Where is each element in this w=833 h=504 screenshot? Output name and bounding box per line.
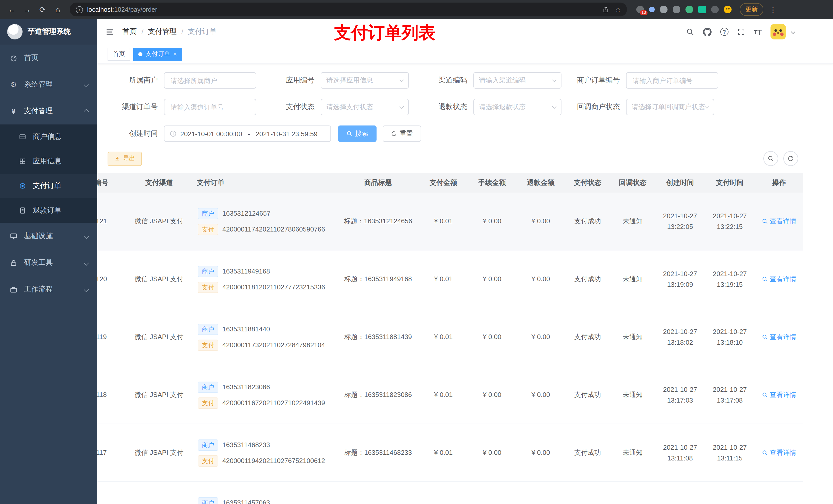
sidebar-item-dev-tools[interactable]: 研发工具 [0,249,97,276]
extension-badge: 10 [640,10,647,15]
merchant-order-no: 1635311823086 [222,382,270,392]
url-text: localhost:1024/pay/order [87,6,157,13]
cell-pay-time: 2021-10-27 13:19:15 [705,250,755,308]
channel-order-input[interactable] [164,99,256,115]
sidebar-item-refund-order[interactable]: 退款订单 [0,198,97,223]
callback-status-select[interactable]: 请选择订单回调商户状态 [626,99,714,115]
col-create-time: 创建时间 [655,173,705,193]
site-info-icon[interactable]: i [76,6,83,13]
search-button[interactable]: 搜索 [338,125,377,142]
app-select[interactable]: 请选择应用信息 [321,72,409,89]
hamburger-icon[interactable] [105,27,114,36]
pay-status-label: 支付状态 [264,102,321,112]
extension-smiley-icon[interactable] [724,6,732,13]
close-icon[interactable]: × [173,51,177,57]
browser-update-button[interactable]: 更新 [740,3,763,16]
view-detail-link[interactable]: 查看详情 [762,332,796,342]
reload-icon[interactable]: ⟳ [36,3,49,16]
tab-pay-order[interactable]: 支付订单 × [133,47,182,61]
view-detail-link[interactable]: 查看详情 [762,448,796,458]
app-id-label: 应用编号 [264,76,321,85]
page-content: 所属商户 应用编号 请选择应用信息 渠道编码 请输入渠道编码 商户订单编号 [97,64,833,173]
table-row: 121 微信 JSAPI 支付 商户 1635312124657 支付 4200… [97,193,803,250]
breadcrumb-home[interactable]: 首页 [122,27,137,37]
extension-icon[interactable] [711,6,719,13]
date-end: 2021-10-31 23:59:59 [256,130,317,138]
help-icon[interactable]: ? [720,28,728,36]
sidebar-item-infrastructure[interactable]: 基础设施 [0,223,97,249]
extension-icon[interactable] [649,7,655,12]
merchant-tag: 商户 [198,381,218,392]
address-bar[interactable]: i localhost:1024/pay/order ☆ [70,3,627,16]
browser-toolbar: ← → ⟳ ⌂ i localhost:1024/pay/order ☆ 10 … [0,0,833,19]
pay-order-no: 4200001174202110278060590766 [222,224,325,234]
extension-icon[interactable] [698,6,706,13]
browser-menu-icon[interactable]: ⋮ [769,5,777,14]
back-icon[interactable]: ← [5,3,19,16]
orders-table: 编号 支付渠道 支付订单 商品标题 支付金额 手续金额 退款金额 支付状态 回调… [97,173,833,504]
user-avatar[interactable] [770,24,786,40]
font-size-icon[interactable]: TT [754,27,762,36]
bookmark-star-icon[interactable]: ☆ [615,6,621,13]
refresh-button[interactable] [783,151,798,166]
merchant-tag: 商户 [198,439,218,451]
chevron-down-icon [552,78,556,82]
toggle-search-button[interactable] [763,151,778,166]
cell-amount: ¥ 0.01 [419,424,468,481]
pay-status-select[interactable]: 请选择支付状态 [321,99,409,115]
cell-channel: 微信 JSAPI 支付 [124,193,194,250]
create-time-label: 创建时间 [108,129,164,138]
search-icon[interactable] [686,28,694,36]
github-icon[interactable] [703,27,711,36]
refund-status-label: 退款状态 [417,102,473,112]
clock-icon [170,130,177,137]
extension-icon[interactable] [686,6,693,13]
sidebar-item-label: 研发工具 [24,258,53,267]
view-detail-link[interactable]: 查看详情 [762,390,796,400]
view-detail-link[interactable]: 查看详情 [762,274,796,284]
channel-order-label: 渠道订单号 [108,102,164,112]
create-time-range-input[interactable]: 2021-10-01 00:00:00 - 2021-10-31 23:59:5… [164,125,331,142]
merchant-order-input[interactable] [626,72,718,89]
sidebar-logo[interactable]: 芋道管理系统 [0,19,97,45]
sidebar-item-label: 系统管理 [24,80,53,89]
sidebar-item-workflow[interactable]: 工作流程 [0,276,97,303]
annotation-title: 支付订单列表 [334,22,435,45]
filter-row-1: 所属商户 应用编号 请选择应用信息 渠道编码 请输入渠道编码 商户订单编号 [108,72,823,89]
cell-fee: ¥ 0.00 [468,424,516,481]
fullscreen-icon[interactable] [737,28,745,36]
extension-icon[interactable]: 10 [636,6,644,13]
sidebar-item-app-info[interactable]: 应用信息 [0,149,97,174]
forward-icon[interactable]: → [21,3,34,16]
channel-code-select[interactable]: 请输入渠道编码 [473,72,562,89]
cell-order: 商户 1635311881440 支付 42000011732021102728… [194,308,337,366]
merchant-order-no: 1635311457063 [222,498,270,504]
merchant-order-no: 1635311468233 [222,440,270,450]
sidebar: 芋道管理系统 首页 ⚙ 系统管理 ¥ 支付管理 [0,19,97,504]
extension-icon[interactable] [660,6,668,13]
view-detail-link[interactable]: 查看详情 [762,216,796,226]
cell-order: 商户 1635311823086 支付 42000011672021102710… [194,366,337,424]
sidebar-item-payment[interactable]: ¥ 支付管理 [0,98,97,124]
extension-icon[interactable] [673,6,680,13]
sidebar-item-home[interactable]: 首页 [0,45,97,71]
avatar-caret-icon[interactable] [791,30,795,34]
sidebar-item-system[interactable]: ⚙ 系统管理 [0,71,97,98]
home-icon[interactable]: ⌂ [51,3,65,16]
export-button[interactable]: 导出 [108,151,142,166]
cell-title: 标题：1635311949168 [337,250,419,308]
tags-view: 首页 支付订单 × [97,45,833,64]
breadcrumb-section[interactable]: 支付管理 [148,27,177,37]
share-icon[interactable] [602,6,609,13]
sidebar-item-pay-order[interactable]: 支付订单 [0,174,97,198]
chevron-up-icon [84,109,89,114]
cell-actions: 查看详情 [755,366,803,424]
reset-button[interactable]: 重置 [383,125,421,142]
merchant-input[interactable] [164,72,256,89]
refund-status-select[interactable]: 请选择退款状态 [473,99,562,115]
sidebar-item-label: 应用信息 [33,157,62,166]
cell-notify: 未通知 [610,308,655,366]
tab-home[interactable]: 首页 [108,47,130,61]
sidebar-item-merchant-info[interactable]: 商户信息 [0,124,97,149]
cell-title: 标题：1635311823086 [337,366,419,424]
